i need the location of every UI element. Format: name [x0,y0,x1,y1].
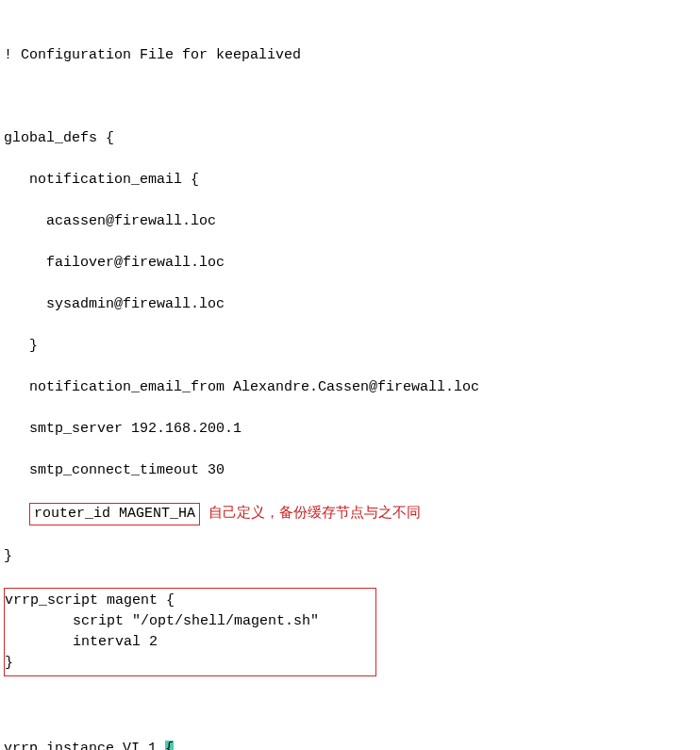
line-vrrp-script-block: vrrp_script magent { script "/opt/shell/… [4,588,700,676]
line: smtp_connect_timeout 30 [4,460,700,481]
line-comment: ! Configuration File for keepalived [4,45,700,66]
line-router-id: router_id MAGENT_HA 自己定义，备份缓存节点与之不同 [4,502,700,525]
line: acassen@firewall.loc [4,211,700,232]
note-router-id: 自己定义，备份缓存节点与之不同 [208,504,421,520]
line: sysadmin@firewall.loc [4,294,700,315]
line: global_defs { [4,128,700,149]
cursor-brace: { [165,741,174,750]
line: failover@firewall.loc [4,253,700,274]
line: } [4,336,700,357]
line: notification_email_from Alexandre.Cassen… [4,377,700,398]
boxed-router-id: router_id MAGENT_HA [29,503,200,525]
line: } [4,546,700,567]
boxed-vrrp-script: vrrp_script magent { script "/opt/shell/… [4,588,376,676]
line: notification_email { [4,170,700,191]
line-vrrp-instance: vrrp_instance VI_1 { [4,739,700,750]
line: smtp_server 192.168.200.1 [4,419,700,440]
line-blank [4,87,700,108]
line-blank [4,697,700,718]
config-file-view: ! Configuration File for keepalived glob… [4,25,700,750]
